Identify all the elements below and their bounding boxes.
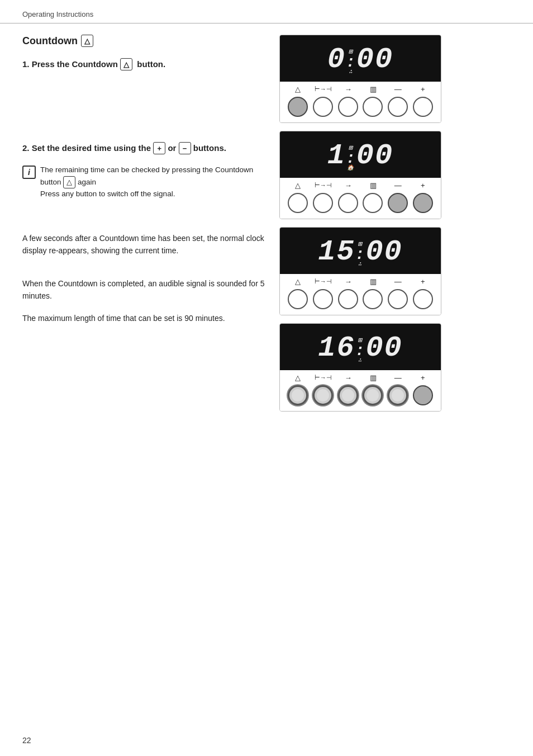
btn-labels-4: △ ⊢→⊣ → ▥ — + bbox=[280, 370, 441, 383]
right-column: 0 ⊞ : ∴ 00 △ ⊢→⊣ → ▥ — + bbox=[279, 35, 447, 412]
countdown-btn-icon-1: △ bbox=[120, 58, 132, 70]
time-display-4: 16 ⊞ : ∴ 00 bbox=[318, 332, 403, 365]
btn-3-6[interactable] bbox=[413, 289, 433, 309]
step-2-text: Set the desired time using the + or − bu… bbox=[32, 143, 226, 153]
lbl-4-5: — bbox=[389, 374, 406, 382]
info-icon: i bbox=[22, 166, 36, 179]
btn-3-1[interactable] bbox=[288, 289, 308, 309]
lbl-4-2: ⊢→⊣ bbox=[315, 374, 332, 381]
extra-para-2: When the Countdown is completed, an audi… bbox=[22, 278, 268, 302]
btn-2-6[interactable] bbox=[413, 193, 433, 213]
step-1: 1. Press the Countdown △ button. bbox=[22, 58, 268, 70]
content: Countdown △ 1. Press the Countdown △ but… bbox=[0, 23, 533, 423]
dot-4: ∴ bbox=[358, 358, 363, 363]
info-text: The remaining time can be checked by pre… bbox=[40, 164, 268, 200]
lbl-1-3: → bbox=[340, 85, 356, 93]
btn-row-4 bbox=[280, 383, 441, 411]
device-panel-3: 15 ⊞ : ∴ 00 △ ⊢→⊣ → ▥ — + bbox=[279, 227, 441, 315]
btn-1-5[interactable] bbox=[388, 97, 408, 117]
lbl-4-6: + bbox=[415, 374, 431, 382]
lbl-3-2: ⊢→⊣ bbox=[315, 278, 332, 285]
lbl-3-1: △ bbox=[289, 277, 306, 286]
btn-4-2[interactable] bbox=[313, 385, 333, 405]
btn-4-3[interactable] bbox=[338, 385, 358, 405]
lbl-4-3: → bbox=[340, 374, 356, 382]
lbl-3-6: + bbox=[415, 277, 431, 286]
lbl-4-4: ▥ bbox=[365, 374, 382, 382]
btn-3-3[interactable] bbox=[338, 289, 358, 309]
extra-para-3: The maximum length of time that can be s… bbox=[22, 313, 268, 325]
btn-row-1 bbox=[280, 94, 441, 122]
digit-2b: 00 bbox=[356, 139, 393, 172]
btn-1-3[interactable] bbox=[338, 97, 358, 117]
step-1-label: 1. Press the Countdown △ button. bbox=[22, 58, 268, 70]
countdown-icon: △ bbox=[81, 35, 93, 47]
info-box: i The remaining time can be checked by p… bbox=[22, 164, 268, 200]
extra-para-1: A few seconds after a Countdown time has… bbox=[22, 233, 268, 257]
section-title-text: Countdown bbox=[22, 35, 78, 47]
digit-4a: 16 bbox=[318, 332, 355, 365]
lbl-3-3: → bbox=[340, 277, 356, 286]
colon-3: : bbox=[355, 248, 366, 262]
btn-4-4[interactable] bbox=[363, 385, 383, 405]
btn-1-2[interactable] bbox=[313, 97, 333, 117]
colon-group-3: ⊞ : ∴ bbox=[355, 238, 366, 267]
lbl-1-5: — bbox=[389, 85, 406, 93]
btn-3-5[interactable] bbox=[388, 289, 408, 309]
btn-3-2[interactable] bbox=[313, 289, 333, 309]
device-panel-1: 0 ⊞ : ∴ 00 △ ⊢→⊣ → ▥ — + bbox=[279, 35, 441, 123]
step-1-text: Press the Countdown △ button. bbox=[32, 59, 166, 69]
lbl-2-4: ▥ bbox=[365, 181, 382, 190]
btn-2-2[interactable] bbox=[313, 193, 333, 213]
lbl-3-5: — bbox=[389, 277, 406, 286]
btn-4-1[interactable] bbox=[288, 385, 308, 405]
time-display-3: 15 ⊞ : ∴ 00 bbox=[318, 235, 403, 268]
btn-row-3 bbox=[280, 287, 441, 315]
lbl-2-6: + bbox=[415, 181, 431, 190]
btn-3-4[interactable] bbox=[363, 289, 383, 309]
btn-1-6[interactable] bbox=[413, 97, 433, 117]
step-2-label: 2. Set the desired time using the + or −… bbox=[22, 142, 268, 154]
screen-4: 16 ⊞ : ∴ 00 bbox=[280, 324, 441, 370]
lbl-2-2: ⊢→⊣ bbox=[315, 182, 332, 189]
spacer-3 bbox=[22, 267, 268, 272]
dot-3: ∴ bbox=[358, 262, 363, 267]
btn-labels-1: △ ⊢→⊣ → ▥ — + bbox=[280, 82, 441, 94]
minus-btn-icon: − bbox=[179, 142, 191, 154]
step-2: 2. Set the desired time using the + or −… bbox=[22, 142, 268, 154]
btn-2-1[interactable] bbox=[288, 193, 308, 213]
spacer-1 bbox=[22, 81, 268, 142]
lbl-1-6: + bbox=[415, 85, 431, 93]
digit-4b: 00 bbox=[365, 332, 402, 365]
btn-2-3[interactable] bbox=[338, 193, 358, 213]
digit-3b: 00 bbox=[365, 235, 402, 268]
plus-btn-icon: + bbox=[153, 142, 165, 154]
page: Operating Instructions Countdown △ 1. Pr… bbox=[0, 0, 533, 756]
dot-1: ∴ bbox=[349, 69, 353, 75]
colon-group-1: ⊞ : ∴ bbox=[346, 45, 356, 74]
digit-1a: 0 bbox=[327, 43, 346, 76]
lbl-1-2: ⊢→⊣ bbox=[315, 86, 332, 93]
btn-labels-2: △ ⊢→⊣ → ▥ — + bbox=[280, 178, 441, 191]
spacer-2 bbox=[22, 210, 268, 227]
btn-1-4[interactable] bbox=[363, 97, 383, 117]
dot-2: 🏠 bbox=[347, 166, 355, 171]
lbl-2-1: △ bbox=[289, 181, 306, 190]
colon-group-2: ⊞ : 🏠 bbox=[346, 141, 356, 171]
btn-1-1[interactable] bbox=[288, 97, 308, 117]
lbl-2-5: — bbox=[389, 181, 406, 190]
btn-2-5[interactable] bbox=[388, 193, 408, 213]
btn-labels-3: △ ⊢→⊣ → ▥ — + bbox=[280, 274, 441, 287]
digit-1b: 00 bbox=[356, 43, 393, 76]
screen-1: 0 ⊞ : ∴ 00 bbox=[280, 35, 441, 82]
header: Operating Instructions bbox=[0, 0, 533, 23]
section-title: Countdown △ bbox=[22, 35, 268, 47]
time-display-2: 1 ⊞ : 🏠 00 bbox=[327, 139, 393, 172]
lbl-2-3: → bbox=[340, 181, 356, 190]
digit-2a: 1 bbox=[327, 139, 346, 172]
btn-4-5[interactable] bbox=[388, 385, 408, 405]
countdown-btn-icon-2: △ bbox=[63, 176, 75, 188]
btn-4-6[interactable] bbox=[413, 385, 433, 405]
device-panel-2: 1 ⊞ : 🏠 00 △ ⊢→⊣ → ▥ — + bbox=[279, 131, 441, 219]
btn-2-4[interactable] bbox=[363, 193, 383, 213]
